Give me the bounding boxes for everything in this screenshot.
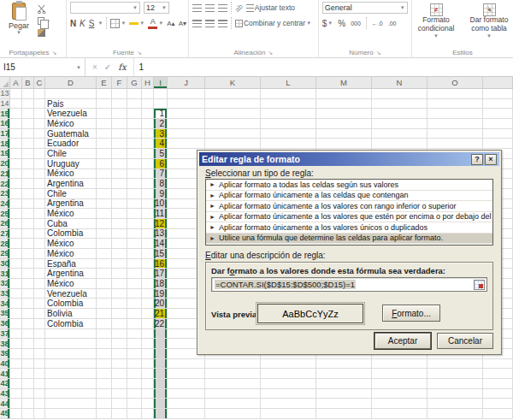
cell-G23[interactable] [127,189,142,199]
cell-A39[interactable] [10,349,22,359]
cell-A13[interactable] [10,89,22,99]
cell-P40[interactable] [483,359,513,370]
cell-D43[interactable] [45,389,97,399]
rule-type-item-4[interactable]: ►Aplicar formato únicamente a los valore… [206,212,492,223]
cell-C43[interactable] [34,389,45,399]
cell-A34[interactable] [10,299,22,309]
cell-D44[interactable] [45,399,97,409]
cell-I40[interactable] [154,359,168,370]
cell-M42[interactable] [316,379,372,389]
cell-L13[interactable] [261,89,316,99]
row-header-29[interactable]: 29 [0,249,10,259]
cell-O14[interactable] [428,99,483,109]
column-header-L[interactable]: L [261,77,316,89]
confirm-entry-icon[interactable]: ✓ [104,62,111,72]
cell-B43[interactable] [22,389,34,399]
cell-G19[interactable] [127,149,142,159]
cell-F21[interactable] [112,169,127,180]
cell-J43[interactable] [168,389,205,399]
cell-A38[interactable] [10,339,22,349]
row-header-15[interactable]: 15 [0,109,10,119]
cell-C39[interactable] [34,349,45,359]
cell-P41[interactable] [483,369,513,379]
cell-H19[interactable] [142,149,154,159]
cell-O17[interactable] [428,129,483,139]
cell-J40[interactable] [168,359,205,370]
shrink-font-button[interactable]: A▾ [179,20,186,27]
cell-C31[interactable] [34,269,45,279]
cell-H16[interactable] [142,119,154,129]
cell-F26[interactable] [112,219,127,229]
cell-D21[interactable]: México [45,169,97,180]
cell-M13[interactable] [316,89,372,99]
align-middle-icon[interactable] [205,4,215,12]
cell-G34[interactable] [127,299,142,309]
cell-L17[interactable] [261,129,316,139]
cell-A26[interactable] [10,219,22,229]
cell-J14[interactable] [168,99,205,109]
cell-D30[interactable]: España [45,259,97,269]
cell-I33[interactable]: 19 [154,289,168,299]
cell-D42[interactable] [45,379,97,389]
formula-bar-value[interactable]: 1 [134,58,513,76]
cell-G37[interactable] [127,329,142,340]
cell-K16[interactable] [205,119,261,129]
comma-style-button[interactable]: 000 [351,21,361,27]
cell-B45[interactable] [22,409,34,419]
cell-I18[interactable]: 4 [154,139,168,149]
increase-decimal-button[interactable]: ←.0 [372,21,383,27]
row-header-18[interactable]: 18 [0,139,10,149]
cell-P13[interactable] [483,89,513,99]
row-header-43[interactable]: 43 [0,389,10,399]
cell-G26[interactable] [127,219,142,229]
cell-A20[interactable] [10,159,22,169]
cell-B24[interactable] [22,199,34,210]
cell-A18[interactable] [10,139,22,149]
cell-D23[interactable]: Chile [45,189,97,199]
cell-C37[interactable] [34,329,45,340]
cell-I25[interactable]: 11 [154,209,168,219]
cancel-button[interactable]: Cancelar [437,333,493,349]
row-header-26[interactable]: 26 [0,219,10,229]
row-header-13[interactable]: 13 [0,89,10,99]
cell-A27[interactable] [10,229,22,240]
cell-M40[interactable] [316,359,372,370]
column-header-O[interactable]: O [428,77,483,89]
cell-B22[interactable] [22,179,34,189]
cell-G30[interactable] [127,259,142,269]
column-header-H[interactable]: H [142,77,154,89]
cell-A41[interactable] [10,369,22,379]
cell-I16[interactable]: 2 [154,119,168,129]
cell-H14[interactable] [142,99,154,109]
cell-I44[interactable] [154,399,168,409]
cell-P17[interactable] [483,129,513,139]
cell-G27[interactable] [127,229,142,240]
cell-F40[interactable] [112,359,127,370]
cell-G13[interactable] [127,89,142,99]
cell-O16[interactable] [428,119,483,129]
cell-G44[interactable] [127,399,142,409]
cell-E13[interactable] [97,89,112,99]
cell-C29[interactable] [34,249,45,259]
cell-H23[interactable] [142,189,154,199]
cell-A30[interactable] [10,259,22,269]
cell-I36[interactable]: 22 [154,319,168,329]
cell-K13[interactable] [205,89,261,99]
cell-O45[interactable] [428,409,483,419]
font-color-button[interactable]: A ▼ [148,17,163,29]
cell-B25[interactable] [22,209,34,219]
cell-F14[interactable] [112,99,127,109]
cell-H27[interactable] [142,229,154,240]
cell-M45[interactable] [316,409,372,419]
cell-E44[interactable] [97,399,112,409]
row-header-31[interactable]: 31 [0,269,10,279]
cell-I42[interactable] [154,379,168,389]
cell-E26[interactable] [97,219,112,229]
align-left-icon[interactable] [192,20,202,27]
cell-L44[interactable] [261,399,316,409]
cell-P16[interactable] [483,119,513,129]
cell-E16[interactable] [97,119,112,129]
row-header-42[interactable]: 42 [0,379,10,389]
cell-G40[interactable] [127,359,142,370]
row-header-45[interactable]: 45 [0,409,10,419]
